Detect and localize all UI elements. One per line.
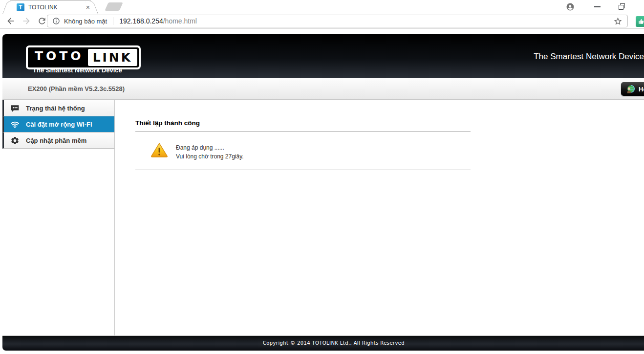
url-host: 192.168.0.254 [119,17,163,25]
sub-header: EX200 (Phần mềm V5.2.3c.5528) Help [2,78,644,100]
browser-tabstrip: T TOTOLINK × [0,0,644,14]
help-button-label: Help [639,86,644,93]
warning-icon [150,142,168,158]
bookmark-star-icon[interactable] [613,17,623,26]
browser-toolbar: Không bảo mật 192.168.0.254/home.html [0,14,644,29]
sidebar-item-firmware-update[interactable]: Cập nhật phần mềm [2,133,114,149]
body-row: Trạng thái hệ thống Cài đặt mở rộng Wi-F… [2,100,644,336]
help-globe-icon [626,85,635,94]
site-footer: Copyright © 2014 TOTOLINK Ltd., All Righ… [2,336,644,351]
forward-icon[interactable] [21,16,31,26]
extension-icon[interactable] [636,16,644,27]
logo-tagline: The Smartest Network Device [33,66,122,74]
site-container: TOTO LINK The Smartest Network Device Th… [2,34,644,351]
status-message-line1: Đang áp dụng ...... [176,143,244,152]
window-controls [566,0,644,14]
omnibox-divider [113,17,113,25]
help-button[interactable]: Help [621,82,644,96]
sidebar-item-label: Cài đặt mở rộng Wi-Fi [26,121,92,128]
totolink-logo: TOTO LINK [26,45,141,69]
page-viewport: TOTO LINK The Smartest Network Device Th… [0,34,644,354]
profile-icon[interactable] [566,2,575,11]
totolink-favicon-icon: T [17,3,24,11]
restore-window-button[interactable] [619,3,625,10]
sidebar-item-label: Cập nhật phần mềm [26,137,86,144]
divider [135,132,471,132]
device-firmware-label: EX200 (Phần mềm V5.2.3c.5528) [28,78,125,100]
wifi-icon [10,120,20,129]
address-bar[interactable]: Không bảo mật 192.168.0.254/home.html [47,15,628,27]
back-icon[interactable] [6,16,16,26]
status-message-row: Đang áp dụng ...... Vui lòng chờ trong 2… [150,142,644,161]
page-info-icon[interactable] [52,17,60,25]
minimize-button[interactable] [594,6,601,7]
tab-title: TOTOLINK [28,4,86,11]
new-tab-button[interactable] [105,2,123,11]
site-header: TOTO LINK The Smartest Network Device Th… [2,34,644,78]
logo-link-text: LINK [88,49,138,66]
sidebar: Trạng thái hệ thống Cài đặt mở rộng Wi-F… [2,100,115,335]
status-chat-icon [10,104,20,113]
status-message-line2: Vui lòng chờ trong 27giây. [176,152,244,161]
reload-icon[interactable] [37,16,47,26]
security-status: Không bảo mật [64,18,107,25]
sidebar-item-label: Trạng thái hệ thống [26,105,85,112]
sidebar-item-system-status[interactable]: Trạng thái hệ thống [2,100,114,116]
browser-tab[interactable]: T TOTOLINK × [10,0,91,14]
url-path: /home.html [163,17,197,25]
sidebar-item-wifi-extend[interactable]: Cài đặt mở rộng Wi-Fi [2,116,114,133]
main-content: Thiết lập thành công [115,100,644,335]
tab-close-icon[interactable]: × [86,3,90,11]
gear-icon [10,136,20,145]
copyright-text: Copyright © 2014 TOTOLINK Ltd., All Righ… [263,340,405,346]
url-text: 192.168.0.254/home.html [119,17,197,25]
sidebar-menu: Trạng thái hệ thống Cài đặt mở rộng Wi-F… [2,100,114,149]
divider [135,170,471,170]
page-title: Thiết lập thành công [135,119,644,127]
header-slogan: The Smartest Network Device [534,52,644,62]
logo-toto-text: TOTO [28,47,88,67]
status-message: Đang áp dụng ...... Vui lòng chờ trong 2… [176,142,244,161]
